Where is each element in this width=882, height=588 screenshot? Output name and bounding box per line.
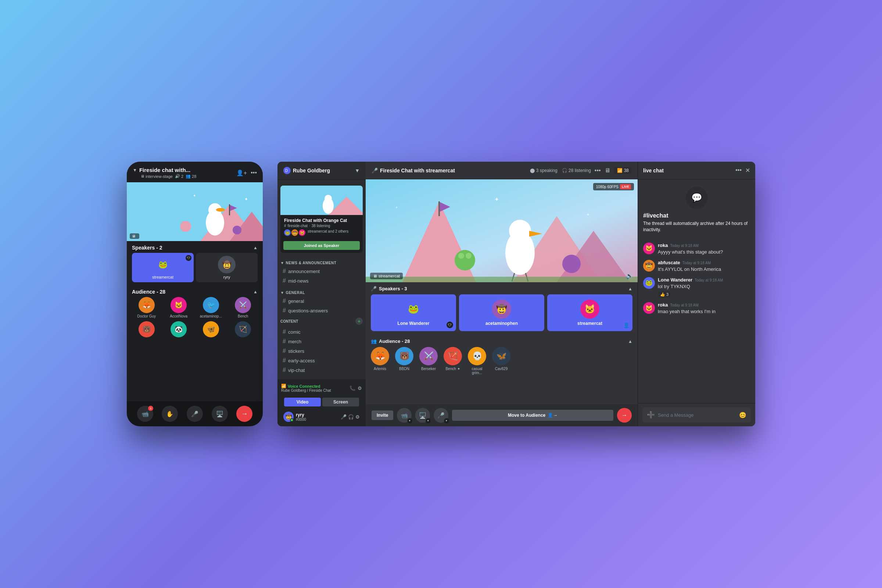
volume-icon[interactable]: 🔊 — [626, 272, 633, 279]
audience-avatar-bench: 🏹 — [444, 347, 462, 365]
phone-subtitle: 🖥 interview-stage 🔊 2 👥 28 — [133, 173, 196, 178]
server-dropdown-icon[interactable]: ▼ — [355, 168, 360, 174]
stage-camera-button[interactable]: 📹 ▾ — [397, 408, 412, 423]
screen-button[interactable]: 🖥️ — [212, 406, 228, 422]
end-call-button[interactable]: → — [236, 406, 252, 422]
user-tag: #0000 — [296, 417, 306, 422]
event-more-users: streamercat and 2 others — [308, 230, 348, 236]
stage-end-button[interactable]: → — [617, 408, 632, 423]
phone-speaker-card-ryry: 🤠 ryry — [196, 253, 258, 282]
plus-icon[interactable]: ➕ — [647, 411, 655, 419]
livechat-more-icon[interactable]: ••• — [735, 167, 742, 174]
emoji-icon[interactable]: 😊 — [739, 412, 746, 418]
main-header-title-area: 🎤 Fireside Chat with streamercat — [372, 168, 526, 174]
lc-msg-avatar-roka-2: 🐱 — [643, 302, 655, 314]
settings-icon[interactable]: ⚙ — [358, 386, 362, 391]
audience-name-berseker: Berseker — [421, 367, 436, 371]
channel-item-general[interactable]: # general — [278, 296, 366, 306]
headset-meta-icon: 🎧 — [562, 168, 567, 173]
stage-streamer-label: 🖥 streamercat — [370, 273, 403, 279]
channel-item-comic[interactable]: # comic — [278, 327, 366, 337]
category-label-general: GENERAL — [285, 291, 304, 295]
phone-title: Fireside chat with... — [139, 167, 190, 173]
screen-dropdown-icon[interactable]: ▾ — [426, 418, 431, 423]
move-to-audience-button[interactable]: Move to Audience 👤→ — [452, 410, 614, 421]
stream-count-number: 38 — [624, 168, 629, 173]
phone-icon[interactable]: 📞 — [350, 386, 356, 391]
mic-button[interactable]: 🎤 — [187, 406, 203, 422]
livechat-input-placeholder[interactable]: Send a Message — [658, 412, 736, 418]
signal-streams-icon: 📶 — [617, 168, 622, 173]
headset-icon[interactable]: 🎧 — [348, 414, 354, 420]
more-options-icon[interactable]: ••• — [250, 170, 257, 176]
sidebar-tab-bar: Video Screen — [281, 395, 362, 409]
mic-dropdown-icon[interactable]: ▾ — [444, 418, 449, 423]
add-user-icon[interactable]: 👤+ — [236, 170, 247, 176]
speaker-name-streamercat: streamercat — [578, 321, 602, 326]
hand-button[interactable]: ✋ — [162, 406, 178, 422]
category-voice[interactable]: ▼ VOICE CHANNELS — [278, 375, 366, 379]
invite-button[interactable]: Invite — [372, 411, 393, 420]
livechat-title: live chat — [643, 168, 664, 174]
dot-icon: ⬤ — [530, 168, 535, 173]
chevron-general-icon: ▼ — [280, 291, 284, 295]
lc-author-lone-wanderer: Lone Wanderer — [658, 277, 692, 283]
user-controls: 🎤 🎧 ⚙ — [340, 414, 360, 420]
hash-icon: # — [283, 278, 286, 284]
camera-dropdown-icon[interactable]: ▾ — [407, 418, 412, 423]
server-header[interactable]: D Rube Goldberg ▼ — [278, 162, 366, 180]
category-news[interactable]: ▼ NEWS & ANNOUNCEMENT — [278, 256, 366, 266]
server-name-area: D Rube Goldberg — [284, 167, 330, 174]
livechat-input[interactable]: ➕ Send a Message 😊 — [642, 407, 751, 423]
audience-item: 🏹 — [229, 321, 258, 339]
speakers-section-header: 🎤 Speakers - 3 ▲ — [371, 286, 633, 291]
collapse-speakers-icon[interactable]: ▲ — [628, 286, 633, 291]
streamer-name-label: streamercat — [378, 274, 400, 278]
phone-video-illustration: ✦ ✦ — [127, 182, 263, 241]
camera-badge: 3 — [148, 406, 153, 411]
category-general[interactable]: ▼ GENERAL — [278, 285, 366, 296]
phone-subtitle-channel: 🖥 interview-stage — [141, 174, 173, 178]
desktop-audience-grid: 🦊 Artemis 🐻 BBDN ⚔️ Berseker 🏹 — [371, 347, 633, 375]
reaction-thumbsup[interactable]: 👍 3 — [658, 291, 670, 298]
hash-icon: # — [283, 357, 286, 364]
event-image-svg — [280, 186, 363, 215]
lc-msg-header: Lone Wanderer Today at 9:18 AM — [658, 277, 750, 283]
channel-item-announcement[interactable]: # announcement — [278, 266, 366, 276]
tab-screen[interactable]: Screen — [322, 398, 359, 406]
collapse-icon[interactable]: ▲ — [253, 245, 258, 250]
mic-control-icon[interactable]: 🎤 — [340, 414, 346, 420]
add-channel-button[interactable]: + — [356, 318, 363, 325]
svg-text:D: D — [285, 169, 288, 173]
audience-name: Doctor Guy — [137, 314, 156, 318]
stage-mic-button[interactable]: 🎤 ▾ — [434, 408, 448, 423]
stage-screen-button[interactable]: 🖥️ ▾ — [415, 408, 430, 423]
joined-as-speaker-button[interactable]: Joined as Speaker — [284, 241, 360, 250]
collapse-audience-icon[interactable]: ▲ — [253, 289, 258, 294]
channel-item-early-access[interactable]: # early-access — [278, 356, 366, 365]
lc-msg-content: abfuscate Today at 9:18 AM It's AYYLOL o… — [658, 260, 750, 273]
chevron-down-icon[interactable]: ▼ — [133, 168, 137, 173]
tab-video[interactable]: Video — [284, 398, 321, 406]
camera-button[interactable]: 📹 3 — [137, 406, 153, 422]
more-options-icon[interactable]: ••• — [595, 167, 601, 174]
livechat-close-icon[interactable]: ✕ — [745, 167, 750, 174]
user-settings-icon[interactable]: ⚙ — [356, 414, 360, 420]
audience-item: 🦋 — [196, 321, 226, 339]
lc-time: Today at 9:18 AM — [682, 261, 711, 265]
channel-item-stickers[interactable]: # stickers — [278, 346, 366, 356]
svg-text:✦: ✦ — [586, 212, 590, 217]
channel-item-vip-chat[interactable]: # vip-chat — [278, 365, 366, 375]
event-channel: fireside-chat — [288, 224, 308, 228]
speaker-avatar-streamercat: 🐱 — [580, 300, 599, 319]
channel-item-merch[interactable]: # merch — [278, 337, 366, 346]
channel-name-announcement: announcement — [288, 268, 320, 274]
speaking-count: ⬤ 3 speaking — [530, 168, 557, 173]
channel-name-general: general — [288, 298, 304, 304]
audience-item: ⚔️ Bench — [229, 297, 258, 318]
svg-point-25 — [509, 220, 531, 242]
channel-item-mid-news[interactable]: # mid-news — [278, 276, 366, 285]
collapse-audience-desktop-icon[interactable]: ▲ — [628, 339, 633, 344]
monitor-icon[interactable]: 🖥 — [604, 167, 610, 174]
channel-item-qa[interactable]: # questions-answers — [278, 306, 366, 315]
